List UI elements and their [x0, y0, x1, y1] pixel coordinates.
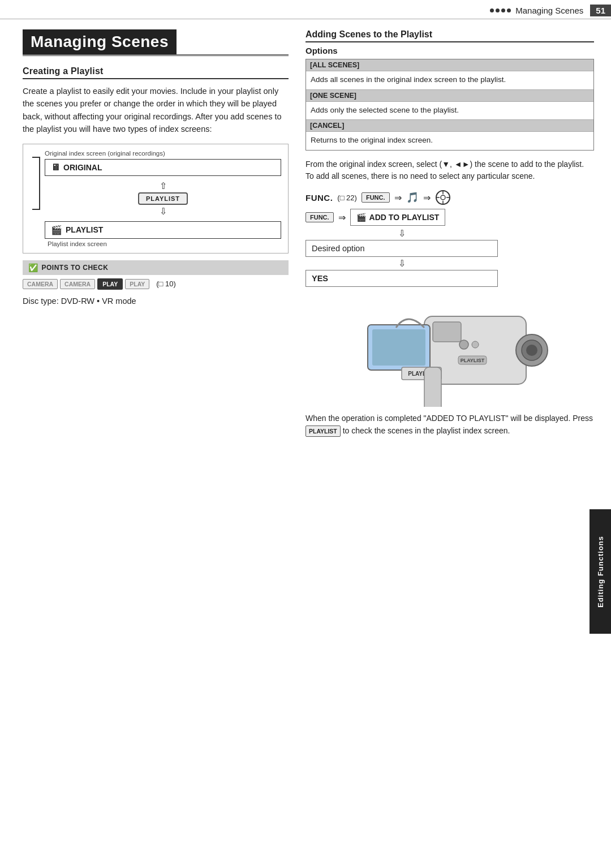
- mode-camera-2: CAMERA: [60, 279, 95, 289]
- options-table: [ALL SCENES] Adds all scenes in the orig…: [306, 59, 594, 151]
- creating-playlist-body: Create a playlist to easily edit your mo…: [23, 85, 289, 136]
- option-desc-cancel: Returns to the original index screen.: [306, 132, 593, 150]
- vert-line: [39, 158, 40, 209]
- points-to-check-label: POINTS TO CHECK: [42, 264, 109, 272]
- option-desc-all-scenes: Adds all scenes in the original index sc…: [306, 71, 593, 89]
- mode-buttons: CAMERA CAMERA PLAY PLAY (□ 10): [23, 278, 289, 290]
- playlist-screen-label: Playlist index screen: [45, 240, 281, 247]
- diagram-inner: Original index screen (original recordin…: [45, 150, 281, 247]
- original-box: 🖥 ORIGINAL: [45, 159, 281, 176]
- flow-diagram: FUNC. ⇒ 🎬 ADD TO PLAYLIST ⇩ Desired opti…: [306, 209, 498, 287]
- bottom-text: When the operation is completed "ADDED T…: [306, 412, 594, 437]
- mode-camera-1: CAMERA: [23, 279, 58, 289]
- svg-point-17: [472, 341, 479, 348]
- header-section-title: Managing Scenes: [515, 6, 583, 15]
- svg-rect-10: [433, 322, 461, 342]
- option-tag-one-scene: [ONE SCENE]: [306, 90, 593, 102]
- disc-type-label: Disc type: DVD-RW • VR mode: [23, 297, 136, 306]
- camera-illustration-wrap: PLAYLIST PLAYLIST: [306, 294, 594, 407]
- func-ref: (□ 22): [337, 194, 357, 202]
- page-title: Managing Scenes: [23, 29, 177, 54]
- flow-row-1: FUNC. ⇒ 🎬 ADD TO PLAYLIST: [306, 209, 498, 226]
- header-bar: Managing Scenes 51: [0, 0, 611, 19]
- right-column: Adding Scenes to the Playlist Options [A…: [306, 19, 594, 437]
- arrow-section: ⇧ PLAYLIST ⇩: [45, 181, 281, 217]
- option-tag-cancel: [CANCEL]: [306, 120, 593, 132]
- option-tag-all-scenes: [ALL SCENES]: [306, 59, 593, 71]
- add-icon: 🎬: [356, 213, 366, 222]
- set-icon: [435, 190, 451, 205]
- func-music-icon: 🎵: [406, 191, 419, 204]
- options-label: Options: [306, 46, 594, 55]
- flow-desired-text: Desired option: [312, 244, 365, 253]
- svg-rect-15: [424, 367, 441, 407]
- arrow-up: ⇧: [160, 181, 167, 191]
- func-label: FUNC.: [306, 193, 333, 203]
- horiz-bot: [32, 209, 40, 210]
- sidebar-label: Editing Functions: [596, 536, 605, 608]
- managing-scenes-title-box: Managing Scenes: [23, 19, 289, 54]
- diagram-area: Original index screen (original recordin…: [23, 144, 289, 253]
- flow-arrow-2: ⇩: [306, 228, 498, 239]
- func-arrow: ⇒: [394, 192, 402, 203]
- flow-add-label: ADD TO PLAYLIST: [369, 213, 440, 222]
- dot-1: [490, 8, 494, 12]
- left-column: Managing Scenes Creating a Playlist Crea…: [23, 19, 289, 437]
- dot-2: [496, 8, 500, 12]
- mode-ref: (□ 10): [156, 280, 176, 288]
- flow-yes-text: YES: [312, 274, 328, 283]
- func-row: FUNC. (□ 22) FUNC. ⇒ 🎵 ⇒: [306, 190, 594, 205]
- playlist-label: PLAYLIST: [66, 225, 103, 234]
- title-underline: [23, 54, 289, 56]
- dot-3: [501, 8, 505, 12]
- bottom-text-content: When the operation is completed "ADDED T…: [306, 414, 593, 423]
- check-icon: ✅: [28, 263, 38, 272]
- bottom-text-end: to check the scenes in the playlist inde…: [341, 426, 510, 435]
- page-number: 51: [590, 5, 611, 16]
- flow-arrow-3: ⇩: [306, 258, 498, 269]
- header-dots: [490, 8, 511, 12]
- right-section-title: Adding Scenes to the Playlist: [306, 29, 594, 42]
- diagram-connect: Original index screen (original recordin…: [30, 150, 281, 247]
- main-content: Managing Scenes Creating a Playlist Crea…: [0, 19, 611, 454]
- sidebar-tab: Editing Functions: [590, 509, 611, 634]
- playlist-box: 🎬 PLAYLIST: [45, 221, 281, 239]
- func-arrow2: ⇒: [423, 192, 431, 203]
- svg-point-9: [526, 345, 537, 356]
- func-btn: FUNC.: [362, 192, 390, 203]
- arrow-down: ⇩: [160, 206, 167, 217]
- playlist-icon: 🎬: [51, 225, 62, 235]
- original-icon: 🖥: [51, 162, 60, 173]
- flow-add-box: 🎬 ADD TO PLAYLIST: [350, 209, 446, 226]
- original-screen-label: Original index screen (original recordin…: [45, 150, 281, 157]
- creating-playlist-heading: Creating a Playlist: [23, 66, 289, 79]
- connector-lines: [30, 150, 40, 210]
- dot-4: [507, 8, 511, 12]
- option-row-all-scenes: [ALL SCENES] Adds all scenes in the orig…: [306, 59, 593, 90]
- svg-rect-12: [372, 329, 425, 366]
- disc-type-text: Disc type: DVD-RW • VR mode: [23, 297, 289, 306]
- option-row-cancel: [CANCEL] Returns to the original index s…: [306, 120, 593, 150]
- points-to-check-box: ✅ POINTS TO CHECK: [23, 260, 289, 275]
- camera-illustration: PLAYLIST PLAYLIST: [351, 294, 549, 407]
- flow-arrow1: ⇒: [338, 212, 346, 223]
- option-row-one-scene: [ONE SCENE] Adds only the selected scene…: [306, 90, 593, 121]
- svg-text:PLAYLIST: PLAYLIST: [461, 358, 485, 363]
- svg-point-1: [441, 195, 445, 200]
- svg-point-16: [459, 340, 468, 349]
- flow-yes-box: YES: [306, 270, 498, 287]
- right-body-text-1: From the original index screen, select (…: [306, 158, 594, 183]
- playlist-btn-diagram: PLAYLIST: [138, 192, 188, 205]
- flow-func-btn: FUNC.: [306, 212, 334, 222]
- option-desc-one-scene: Adds only the selected scene to the play…: [306, 102, 593, 120]
- playlist-inline-btn: PLAYLIST: [306, 426, 341, 437]
- mode-play-2: PLAY: [125, 279, 149, 289]
- mode-play-1: PLAY: [97, 278, 123, 290]
- flow-desired-box: Desired option: [306, 240, 498, 257]
- original-label: ORIGINAL: [63, 163, 102, 172]
